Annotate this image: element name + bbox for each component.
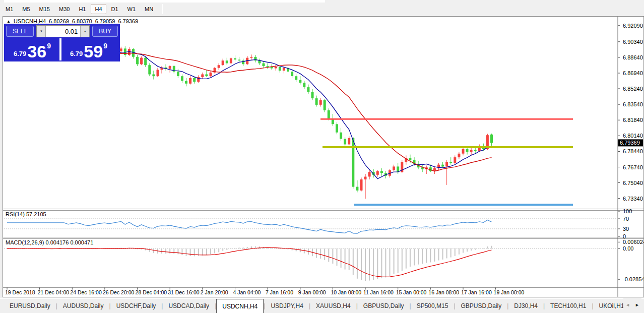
axis-tick-label: 6.88640 <box>623 54 643 60</box>
axis-tick-label: 6.90340 <box>623 39 643 45</box>
lot-decrease-button[interactable]: ▼ <box>37 26 46 37</box>
mt4-window: M1M5M15M30H1H4D1W1MN 6.920906.903406.886… <box>0 0 644 313</box>
time-tick-label: 31 Dec 16:00 <box>168 289 200 295</box>
axis-tick-label: 6.76740 <box>623 164 643 170</box>
time-tick-label: 2 Jan 20:00 <box>201 289 228 295</box>
chart-tab[interactable]: USDCAD,Daily <box>163 299 215 313</box>
timeframe-button-mn[interactable]: MN <box>141 4 157 14</box>
axis-tick-label: 6.80140 <box>623 133 643 139</box>
time-tick-label: 24 Dec 16:00 <box>70 289 102 295</box>
chart-tab[interactable]: GBPUSD,Daily <box>455 299 507 313</box>
rsi-label: RSI(14) 57.2105 <box>6 211 46 217</box>
chart-tab[interactable]: USDCHF,Daily <box>111 299 162 313</box>
timeframe-button-m1[interactable]: M1 <box>2 4 17 14</box>
chart-tabs: EURUSD,Daily|AUDUSD,Daily|USDCHF,Daily|U… <box>0 298 644 313</box>
axis-tick-label: 6.86940 <box>623 70 643 76</box>
time-tick-label: 15 Jan 00:00 <box>396 289 427 295</box>
timeframe-toolbar: M1M5M15M30H1H4D1W1MN <box>0 3 644 15</box>
ask-big-digits: 59 <box>84 44 103 59</box>
time-tick-label: 4 Jan 04:00 <box>233 289 261 295</box>
axis-tick-label: 6.75040 <box>623 180 643 186</box>
time-tick-label: 16 Jan 08:00 <box>428 289 459 295</box>
time-tick-label: 9 Jan 00:00 <box>298 289 326 295</box>
timeframe-button-h4[interactable]: H4 <box>91 4 106 14</box>
chart-tab[interactable]: GBPUSD,Daily <box>358 299 410 313</box>
axis-tick-label: 0.006024 <box>623 239 643 245</box>
collapse-quotes-icon[interactable]: ▲ <box>7 19 11 24</box>
chart-tab[interactable]: SP500,M15 <box>411 299 454 313</box>
axis-tick-label: 100 <box>623 208 632 214</box>
current-price-label: 6.79369 <box>620 140 640 146</box>
time-tick-label: 26 Dec 20:00 <box>103 289 135 295</box>
time-tick-label: 21 Dec 04:00 <box>38 289 70 295</box>
timeframe-button-m30[interactable]: M30 <box>55 4 74 14</box>
chart-tab[interactable]: DJ30,H4 <box>508 299 543 313</box>
bid-prefix: 6.79 <box>14 50 26 57</box>
macd-label: MACD(12,26,9) 0.004176 0.000471 <box>6 239 93 245</box>
time-tick-label: 28 Dec 04:00 <box>136 289 167 295</box>
axis-tick-label: 70 <box>623 216 629 222</box>
timeframe-button-w1[interactable]: W1 <box>123 4 140 14</box>
axis-tick-label: 6.83540 <box>623 101 643 107</box>
ask-prefix: 6.79 <box>70 50 83 57</box>
time-tick-label: 11 Jan 16:00 <box>363 289 394 295</box>
axis-tick-label: 6.73340 <box>623 196 643 202</box>
lot-increase-button[interactable]: ▲ <box>80 26 89 37</box>
ohlc-close: 6.79369 <box>118 18 138 24</box>
chart-tab[interactable]: USDJPY,H4 <box>265 299 308 313</box>
buy-button[interactable]: BUY <box>92 26 118 37</box>
time-tick-label: 19 Jan 00:00 <box>494 289 525 295</box>
time-tick-label: 7 Jan 16:00 <box>266 289 293 295</box>
axis-tick-label: 0.00 <box>623 245 633 252</box>
toolbar-divider <box>162 4 163 14</box>
axis-tick-label: 30 <box>623 226 629 232</box>
ask-pip-digit: 9 <box>103 42 107 50</box>
one-click-trading-panel: SELL ▼ ▲ BUY 6.79 36 9 6.79 59 9 <box>4 24 120 61</box>
axis-tick-label: 6.78440 <box>623 148 643 154</box>
chart-tab[interactable]: TECH100,H1 <box>545 299 592 313</box>
bid-price-box[interactable]: 6.79 36 9 <box>5 38 59 60</box>
bid-big-digits: 36 <box>27 44 46 59</box>
sell-button[interactable]: SELL <box>6 26 34 37</box>
axis-tick-label: 0 <box>623 233 626 239</box>
chart-window: 6.920906.903406.886406.869406.852406.835… <box>3 16 644 297</box>
lot-size-spinner: ▼ ▲ <box>36 25 90 37</box>
chart-tab[interactable]: USDCNH,H4 <box>216 299 264 313</box>
ask-price-box[interactable]: 6.79 59 9 <box>61 38 116 60</box>
axis-tick-label: 6.92090 <box>623 23 643 29</box>
chart-tab[interactable]: AUDUSD,Daily <box>57 299 109 313</box>
tab-scroll-right-icon[interactable]: ► <box>635 302 639 307</box>
timeframe-button-d1[interactable]: D1 <box>107 4 122 14</box>
tab-scroll-arrows: ◄ ► <box>623 298 641 311</box>
axis-tick-label: 6.85240 <box>623 86 643 92</box>
bid-pip-digit: 9 <box>47 42 51 50</box>
chart-tab[interactable]: XAUUSD,H4 <box>310 299 356 313</box>
timeframe-button-m5[interactable]: M5 <box>18 4 34 14</box>
time-tick-label: 10 Jan 08:00 <box>331 289 361 295</box>
axis-tick-label: 6.81840 <box>623 117 643 123</box>
axis-tick-label: -0.028549 <box>623 276 643 282</box>
time-tick-label: 17 Jan 16:00 <box>461 289 492 295</box>
chart-tab[interactable]: EURUSD,Daily <box>4 299 56 313</box>
lot-size-input[interactable] <box>46 26 80 37</box>
tab-scroll-left-icon[interactable]: ◄ <box>625 302 630 307</box>
timeframe-button-m15[interactable]: M15 <box>35 4 54 14</box>
timeframe-button-h1[interactable]: H1 <box>75 4 90 14</box>
time-tick-label: 19 Dec 2018 <box>5 289 35 295</box>
